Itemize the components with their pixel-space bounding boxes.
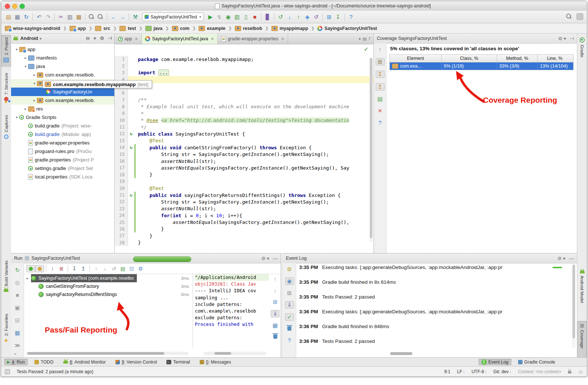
- lock-icon[interactable]: ◈: [303, 13, 312, 21]
- tool-window-button-messages[interactable]: 0: Messages: [197, 359, 234, 365]
- gradle-sync-icon[interactable]: ↺: [276, 13, 285, 21]
- code-line[interactable]: 17 assertNotEquals(SayingsFactory.getIns…: [115, 164, 374, 171]
- event-log-scrollbar[interactable]: [572, 265, 575, 348]
- stripe-button-gradle[interactable]: Gradle: [577, 35, 587, 76]
- hide-panel-icon[interactable]: ⊣: [570, 36, 574, 41]
- tree-item-gradle-scripts[interactable]: ▾Gradle Scripts: [11, 113, 114, 122]
- breadcrumb-item[interactable]: example: [198, 26, 226, 31]
- event-log-row[interactable]: 3:35 PMTests Passed: 2 passed: [299, 294, 571, 309]
- forward-icon[interactable]: →: [118, 13, 127, 21]
- tool-window-button-gradle-console[interactable]: Gradle Console: [515, 359, 558, 365]
- project-view-selector[interactable]: Android: [20, 36, 38, 41]
- run-with-coverage-icon[interactable]: ▥: [233, 13, 241, 21]
- more-actions-icon[interactable]: ≫: [13, 342, 21, 349]
- event-log-row[interactable]: 3:36 PMTests Passed: 2 passed: [299, 338, 571, 353]
- import-test-results-icon[interactable]: ⊡: [127, 265, 136, 272]
- code-line[interactable]: 26 }: [115, 226, 374, 232]
- tree-item-com-example-reselbob-[interactable]: ▸com.example.reselbob.: [11, 71, 114, 79]
- help-icon[interactable]: ?: [285, 337, 294, 344]
- layout-inspector-icon[interactable]: ▦: [13, 330, 21, 336]
- code-line[interactable]: 7/**: [115, 96, 374, 103]
- code-line[interactable]: 20 @Test: [115, 185, 374, 191]
- zoom-button[interactable]: [20, 4, 25, 9]
- test-history-icon[interactable]: ↺: [109, 265, 118, 272]
- code-line[interactable]: 1package com.example.reselbob.myappimapp…: [115, 56, 374, 62]
- code-line[interactable]: 27 }: [115, 232, 374, 239]
- open-icon[interactable]: ▤: [4, 13, 13, 21]
- tree-item-java[interactable]: ▾java: [11, 62, 114, 71]
- export-test-results-icon[interactable]: ▤: [118, 265, 127, 272]
- stripe-button-captures[interactable]: Captures: [1, 113, 11, 145]
- breadcrumb-item[interactable]: com: [171, 26, 190, 31]
- scroll-up-icon[interactable]: ↑: [271, 276, 279, 282]
- generate-report-icon[interactable]: ▤: [376, 96, 384, 102]
- tree-item-settings-gradle[interactable]: settings.gradle(Project Set: [11, 164, 114, 173]
- tool-window-button-version-control[interactable]: 9: Version Control: [112, 359, 160, 365]
- tree-item-proguard-rules-pro[interactable]: proguard-rules.pro(ProGu: [11, 147, 114, 156]
- scroll-to-end-icon[interactable]: ⇓: [285, 301, 294, 309]
- run-test-gutter-icon[interactable]: ↻: [128, 192, 134, 198]
- status-widget[interactable]: Git: dev↕: [493, 369, 511, 374]
- back-icon[interactable]: ←: [109, 13, 118, 21]
- revert-icon[interactable]: ↺: [312, 13, 321, 21]
- view-settings-icon[interactable]: ⚙: [100, 35, 104, 41]
- redo-icon[interactable]: ↷: [44, 13, 53, 21]
- tree-item-res[interactable]: ▸res: [11, 105, 114, 113]
- breadcrumb-item[interactable]: java: [145, 26, 163, 31]
- code-line[interactable]: 25 assertNotEquals(SayingsFactory.getIns…: [115, 219, 374, 225]
- run-on-device-icon[interactable]: ▯: [241, 13, 250, 21]
- find-icon[interactable]: [87, 13, 95, 21]
- debug-icon[interactable]: ◉: [224, 13, 233, 21]
- code-line[interactable]: 21↻ public void sayingFactoryReturnsDiff…: [115, 192, 374, 198]
- breadcrumb-item[interactable]: SayingsFactoryUnitTest: [317, 26, 378, 31]
- stripe-button-coverage[interactable]: ▦Coverage: [577, 321, 587, 359]
- run-configuration-combo[interactable]: SayingsFactoryUnitTest▾: [142, 13, 204, 21]
- breadcrumb-item[interactable]: test: [119, 26, 136, 31]
- code-line[interactable]: 19: [115, 178, 374, 185]
- tool-window-toggle-icon[interactable]: [5, 369, 10, 374]
- vcs-commit-icon[interactable]: ↑: [294, 13, 303, 21]
- tree-item-com-example-reselbob-[interactable]: ▸com.example.reselbob.: [11, 96, 114, 105]
- sdk-manager-icon[interactable]: ↧: [334, 13, 342, 21]
- event-log-row[interactable]: 3:36 PMExecuting tasks: [:app:generateDe…: [299, 309, 571, 324]
- tree-item-build-gradle[interactable]: build.gradle(Module: app): [11, 130, 114, 139]
- stripe-button-7-structure[interactable]: 7: Structure: [1, 71, 11, 109]
- editor-tab-app[interactable]: app✕: [115, 34, 142, 44]
- collapse-all-icon[interactable]: ⊖: [86, 35, 90, 41]
- code-line[interactable]: 18 }: [115, 171, 374, 178]
- search-everywhere-icon[interactable]: [565, 13, 573, 21]
- settings-gear-icon[interactable]: ⚙ ▾: [557, 256, 565, 261]
- hide-panel-icon[interactable]: —: [569, 256, 574, 261]
- tool-window-button-todo[interactable]: TODO: [31, 359, 56, 365]
- tool-window-button-terminal[interactable]: ›_Terminal: [163, 359, 193, 365]
- user-account-icon[interactable]: [577, 13, 583, 20]
- code-line[interactable]: 28}: [115, 239, 374, 246]
- code-line[interactable]: 6: [115, 90, 374, 96]
- tree-item-app[interactable]: ▾app: [11, 45, 114, 54]
- run-test-gutter-icon[interactable]: ↻: [128, 131, 134, 136]
- project-structure-icon[interactable]: ⊞: [325, 13, 334, 21]
- run-horizontal-scrollbar[interactable]: [26, 352, 189, 355]
- code-line[interactable]: 12↻public class SayingsFactoryUnitTest {: [115, 130, 374, 137]
- close-button[interactable]: [5, 4, 10, 9]
- navigate-up-icon[interactable]: ↑: [376, 46, 384, 53]
- soft-wrap-icon[interactable]: ⊞: [285, 290, 294, 296]
- tool-window-button-android-monitor[interactable]: 6: Android Monitor: [60, 359, 109, 365]
- next-failed-test-icon[interactable]: ↓: [101, 265, 109, 272]
- console-horizontal-scrollbar[interactable]: [203, 352, 266, 355]
- code-line[interactable]: 2: [115, 62, 374, 69]
- show-balloons-icon[interactable]: ◉: [285, 277, 294, 285]
- tool-window-button-event-log[interactable]: 1Event Log: [479, 359, 511, 365]
- soft-wrap-icon[interactable]: ⊞: [271, 299, 279, 305]
- status-widget[interactable]: LF↕: [457, 369, 465, 374]
- expand-all-icon[interactable]: ↧: [70, 265, 79, 272]
- locate-file-icon[interactable]: ⌖: [94, 35, 96, 41]
- editor-scrollbar[interactable]: [369, 57, 373, 242]
- column-header[interactable]: Method, %: [497, 55, 538, 62]
- previous-failed-test-icon[interactable]: ↑: [92, 265, 101, 272]
- status-widget[interactable]: UTF-8↕: [472, 369, 487, 374]
- settings-gear-icon[interactable]: ⚙ ▾: [558, 36, 566, 41]
- attach-debugger-icon[interactable]: ↯: [215, 13, 224, 21]
- print-icon[interactable]: ▦: [271, 322, 279, 329]
- help-icon[interactable]: ?: [347, 13, 355, 21]
